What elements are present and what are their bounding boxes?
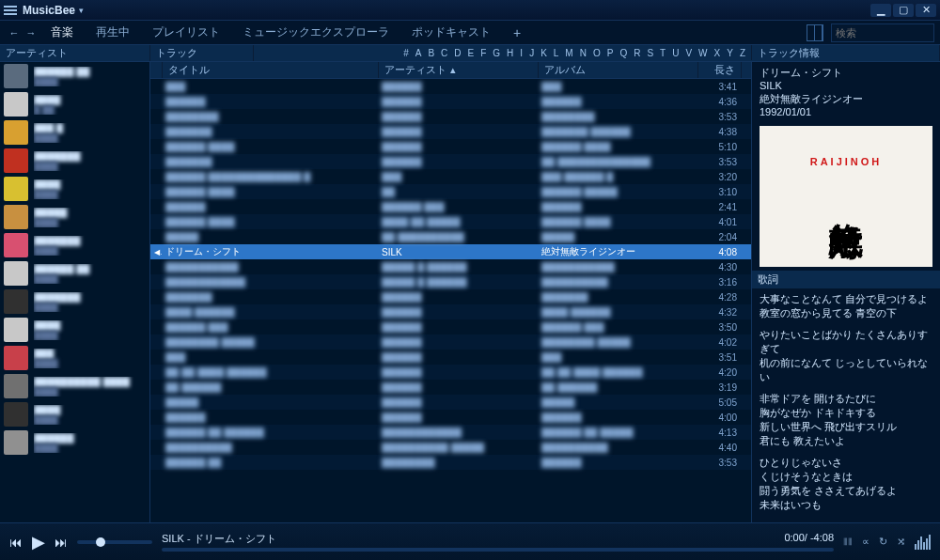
track-list[interactable]: ████████████3:41██████████████████4:36██…: [150, 79, 751, 522]
nav-tab[interactable]: 音楽: [51, 24, 73, 40]
track-row[interactable]: ████████████████ █ █████████████████4:30: [150, 259, 751, 274]
track-row[interactable]: ███████ ███████████████2:04: [150, 229, 751, 244]
alpha-letter[interactable]: V: [685, 48, 692, 58]
play-button[interactable]: ▶: [32, 532, 45, 552]
artist-item[interactable]: ██████ ██████: [0, 62, 149, 90]
artist-item[interactable]: ███ █████: [0, 118, 149, 147]
col-title[interactable]: タイトル: [163, 62, 379, 78]
track-row[interactable]: ██ ██████████████ ██████3:19: [150, 380, 751, 395]
track-row[interactable]: ██████ ███████████████ ███3:50: [150, 319, 751, 334]
track-row[interactable]: ████████████████████4:28: [150, 289, 751, 304]
nav-tab[interactable]: 再生中: [96, 24, 130, 40]
alpha-letter[interactable]: Q: [619, 48, 627, 58]
alpha-letter[interactable]: J: [529, 48, 534, 58]
artist-item[interactable]: ███████: [0, 344, 149, 372]
alpha-letter[interactable]: C: [441, 48, 447, 58]
track-row[interactable]: █████████████████ █ ████████████████3:16: [150, 274, 751, 289]
track-row[interactable]: ████████████ █████████2:41: [150, 199, 751, 214]
layout-toggle[interactable]: [807, 24, 823, 41]
col-artist[interactable]: アーティスト▴: [379, 62, 539, 78]
track-row[interactable]: ◀ドリーム・シフトSILK絶対無敵ライジンオー4:08: [150, 244, 751, 259]
nav-tab[interactable]: ポッドキャスト: [412, 24, 491, 40]
alpha-letter[interactable]: Y: [727, 48, 733, 58]
track-row[interactable]: ████████████3:41: [150, 79, 751, 94]
repeat-icon[interactable]: ↻: [879, 536, 887, 548]
alpha-letter[interactable]: H: [507, 48, 513, 58]
track-row[interactable]: ██████████████████4:36: [150, 94, 751, 109]
alpha-letter[interactable]: X: [714, 48, 721, 58]
alpha-letter[interactable]: I: [520, 48, 523, 58]
col-album[interactable]: アルバム: [539, 62, 698, 78]
nav-forward[interactable]: →: [23, 27, 39, 39]
lastfm-icon[interactable]: ∝: [862, 536, 870, 548]
visualizer-icon[interactable]: ⦀⦀: [843, 536, 853, 548]
alpha-letter[interactable]: Z: [740, 48, 745, 58]
track-row[interactable]: ██████ ████████████████ ████5:10: [150, 139, 751, 154]
add-tab[interactable]: +: [513, 25, 521, 40]
alpha-letter[interactable]: D: [454, 48, 461, 58]
track-row[interactable]: ██████ ████████ ██ ███████████ ████4:01: [150, 214, 751, 229]
alpha-letter[interactable]: #: [403, 48, 409, 58]
search-input[interactable]: [836, 27, 940, 39]
track-row[interactable]: ██████████████████4:00: [150, 410, 751, 425]
artist-item[interactable]: ███████████: [0, 288, 149, 316]
track-row[interactable]: ██████████████████████3:53: [150, 109, 751, 124]
hamburger-menu[interactable]: [4, 6, 17, 15]
alpha-letter[interactable]: N: [580, 48, 587, 58]
track-row[interactable]: ████████████3:51: [150, 350, 751, 365]
next-button[interactable]: ⏭: [55, 535, 68, 550]
artist-item[interactable]: ████████: [0, 316, 149, 344]
alpha-letter[interactable]: F: [480, 48, 486, 58]
alpha-letter[interactable]: W: [698, 48, 707, 58]
shuffle-icon[interactable]: ⤨: [897, 536, 905, 548]
alpha-letter[interactable]: E: [468, 48, 475, 58]
alpha-letter[interactable]: S: [647, 48, 653, 58]
alpha-letter[interactable]: A: [415, 48, 422, 58]
artist-item[interactable]: ████████: [0, 175, 149, 203]
col-length[interactable]: 長さ: [698, 62, 742, 78]
prev-button[interactable]: ⏮: [9, 535, 23, 550]
alpha-letter[interactable]: T: [660, 48, 666, 58]
track-row[interactable]: ██████ ██ ████████████████████████ ██ ██…: [150, 425, 751, 440]
alpha-letter[interactable]: P: [607, 48, 614, 58]
nav-back[interactable]: ←: [6, 27, 23, 39]
track-row[interactable]: ██ ██ ████ ██████████████ ██ ████ ██████…: [150, 365, 751, 380]
alpha-letter[interactable]: U: [672, 48, 679, 58]
track-row[interactable]: ████████████████████ ██████4:38: [150, 124, 751, 139]
track-row[interactable]: ███████████████ ██████████████3:53: [150, 154, 751, 169]
lyrics-body[interactable]: 大事なことなんて 自分で見つけるよ教室の窓から見てる 青空の下やりたいことばかり…: [752, 288, 940, 522]
track-row[interactable]: ████ ████████████████ ██████4:32: [150, 304, 751, 319]
nav-tab[interactable]: ミュージックエクスプローラ: [243, 24, 389, 40]
close-button[interactable]: ✕: [916, 4, 936, 17]
alpha-letter[interactable]: M: [565, 48, 572, 58]
artist-item[interactable]: ███████████: [0, 231, 149, 259]
search-box[interactable]: ⌕ ▾: [831, 23, 934, 42]
artist-item[interactable]: ██████ ██████: [0, 259, 149, 288]
track-row[interactable]: ██████ ██████████████ ███████ ██████ █3:…: [150, 169, 751, 184]
track-row[interactable]: ████████████████████ ███████████████4:40: [150, 440, 751, 455]
alpha-letter[interactable]: B: [428, 48, 434, 58]
artist-item[interactable]: ██████████: [0, 428, 149, 457]
artist-item[interactable]: █████ ██: [0, 90, 149, 118]
track-row[interactable]: ████████████████5:05: [150, 395, 751, 410]
artist-item[interactable]: ████████: [0, 400, 149, 428]
alpha-letter[interactable]: K: [540, 48, 547, 58]
track-row[interactable]: ████████ ███████████████████ █████4:02: [150, 334, 751, 350]
track-row[interactable]: ██████ ████████████████3:53: [150, 455, 751, 470]
alpha-letter[interactable]: R: [634, 48, 640, 58]
equalizer-icon[interactable]: [915, 535, 931, 550]
artist-item[interactable]: ███████████: [0, 147, 149, 175]
alpha-letter[interactable]: G: [493, 48, 500, 58]
maximize-button[interactable]: ▢: [893, 4, 914, 17]
artist-item[interactable]: █████████: [0, 203, 149, 231]
album-art[interactable]: RAIJINOH 絶対無敵: [760, 126, 932, 267]
track-row[interactable]: ██████ ████████████ █████3:10: [150, 184, 751, 199]
app-dropdown[interactable]: ▾: [79, 6, 84, 15]
minimize-button[interactable]: ▁: [870, 4, 891, 17]
alpha-letter[interactable]: O: [593, 48, 601, 58]
alpha-letter[interactable]: L: [554, 48, 559, 58]
artist-list[interactable]: ██████ ███████████ █████ ███████████████…: [0, 62, 150, 522]
nav-tab[interactable]: プレイリスト: [152, 24, 220, 40]
progress[interactable]: SILK - ドリーム・シフト 0:00/ -4:08: [162, 532, 834, 552]
volume-slider[interactable]: [77, 540, 152, 544]
